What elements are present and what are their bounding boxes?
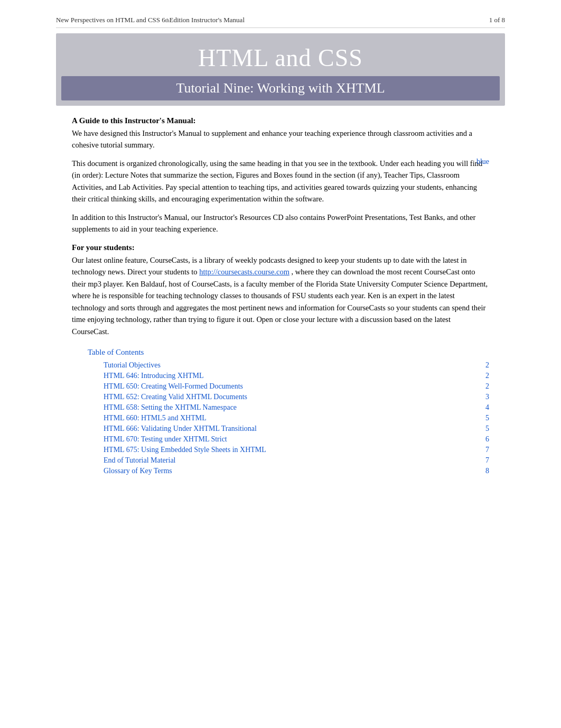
toc-item-page: 3 [479, 393, 489, 401]
guide-paragraph-3: In addition to this Instructor's Manual,… [72, 211, 489, 235]
toc-item-page: 2 [479, 382, 489, 391]
toc-item-label: End of Tutorial Material [104, 456, 176, 465]
toc-item-page: 2 [479, 372, 489, 380]
students-heading: For your students: [72, 243, 489, 252]
toc-item[interactable]: End of Tutorial Material7 [88, 455, 489, 466]
main-title: HTML and CSS [61, 44, 500, 72]
toc-list: Tutorial Objectives2HTML 646: Introducin… [88, 360, 489, 476]
toc-item-page: 8 [479, 467, 489, 475]
toc-item-page: 7 [479, 456, 489, 465]
toc-item-label: HTML 660: HTML5 and XHTML [104, 414, 207, 422]
students-paragraph: Our latest online feature, CourseCasts, … [72, 254, 489, 337]
toc-item-page: 5 [479, 414, 489, 422]
page: New Perspectives on HTML and CSS 6th Edi… [56, 0, 505, 492]
toc-item[interactable]: HTML 658: Setting the XHTML Namespace4 [88, 402, 489, 413]
toc-item-page: 6 [479, 435, 489, 444]
toc-item-label: HTML 670: Testing under XHTML Strict [104, 435, 227, 444]
toc-item-label: HTML 675: Using Embedded Style Sheets in… [104, 446, 266, 454]
toc-item-label: HTML 646: Introducing XHTML [104, 372, 204, 380]
header-left: New Perspectives on HTML and CSS 6th Edi… [56, 16, 245, 24]
header-title-right: Edition Instructor's Manual [170, 16, 245, 24]
subtitle: Tutorial Nine: Working with XHTML [72, 80, 489, 96]
toc-item[interactable]: HTML 670: Testing under XHTML Strict6 [88, 434, 489, 445]
guide-paragraph-2: This document is organized chronological… [72, 158, 489, 205]
guide-paragraph-1: We have designed this Instructor's Manua… [72, 127, 489, 151]
toc-item-label: HTML 650: Creating Well-Formed Documents [104, 382, 243, 391]
toc-item-label: HTML 666: Validating Under XHTML Transit… [104, 425, 257, 433]
toc-item-page: 4 [479, 403, 489, 412]
table-of-contents: Table of Contents Tutorial Objectives2HT… [72, 348, 489, 476]
toc-item-page: 5 [479, 425, 489, 433]
toc-item[interactable]: Glossary of Key Terms8 [88, 466, 489, 476]
toc-item[interactable]: HTML 666: Validating Under XHTML Transit… [88, 423, 489, 434]
page-number: 1 of 8 [489, 16, 505, 24]
toc-item-label: Tutorial Objectives [104, 361, 161, 370]
subtitle-bar: Tutorial Nine: Working with XHTML [61, 76, 500, 100]
toc-item-label: HTML 658: Setting the XHTML Namespace [104, 403, 237, 412]
toc-item[interactable]: HTML 675: Using Embedded Style Sheets in… [88, 445, 489, 455]
guide-heading: A Guide to this Instructor's Manual: [72, 116, 489, 125]
toc-item-page: 7 [479, 446, 489, 454]
guide-paragraph-2-container: This document is organized chronological… [72, 158, 489, 205]
header-title-left: New Perspectives on HTML and CSS 6 [56, 16, 165, 24]
toc-item-label: HTML 652: Creating Valid XHTML Documents [104, 393, 247, 401]
toc-item[interactable]: HTML 660: HTML5 and XHTML5 [88, 413, 489, 423]
header-superscript: th [165, 17, 170, 23]
content-area: A Guide to this Instructor's Manual: We … [56, 116, 505, 476]
toc-item-label: Glossary of Key Terms [104, 467, 172, 475]
title-block: HTML and CSS Tutorial Nine: Working with… [56, 33, 505, 106]
toc-item[interactable]: HTML 646: Introducing XHTML2 [88, 371, 489, 381]
page-header: New Perspectives on HTML and CSS 6th Edi… [56, 16, 505, 28]
coursecasts-link[interactable]: http://coursecasts.course.com [199, 268, 289, 276]
toc-item-page: 2 [479, 361, 489, 370]
toc-title: Table of Contents [88, 348, 489, 357]
blue-color-label: blue [476, 158, 489, 166]
toc-item[interactable]: HTML 650: Creating Well-Formed Documents… [88, 381, 489, 392]
toc-item[interactable]: HTML 652: Creating Valid XHTML Documents… [88, 392, 489, 402]
toc-item[interactable]: Tutorial Objectives2 [88, 360, 489, 371]
